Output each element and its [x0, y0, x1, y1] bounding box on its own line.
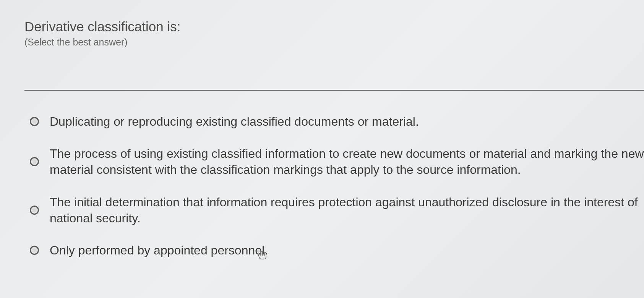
radio-button[interactable] — [30, 117, 39, 126]
radio-button[interactable] — [30, 206, 39, 215]
option-row[interactable]: Only performed by appointed personnel. — [30, 242, 644, 258]
question-header: Derivative classification is: (Select th… — [24, 19, 644, 48]
option-row[interactable]: Duplicating or reproducing existing clas… — [30, 113, 644, 130]
option-row[interactable]: The initial determination that informati… — [30, 194, 644, 226]
options-list: Duplicating or reproducing existing clas… — [24, 113, 644, 258]
radio-button[interactable] — [30, 246, 39, 255]
option-row[interactable]: The process of using existing classified… — [30, 146, 644, 178]
section-divider — [24, 90, 644, 91]
question-instruction: (Select the best answer) — [24, 37, 644, 48]
option-text: Duplicating or reproducing existing clas… — [50, 113, 419, 130]
question-prompt: Derivative classification is: — [24, 19, 644, 34]
option-text: The process of using existing classified… — [50, 146, 644, 178]
option-text: The initial determination that informati… — [50, 194, 644, 226]
option-text: Only performed by appointed personnel. — [50, 242, 268, 258]
radio-button[interactable] — [30, 157, 39, 166]
